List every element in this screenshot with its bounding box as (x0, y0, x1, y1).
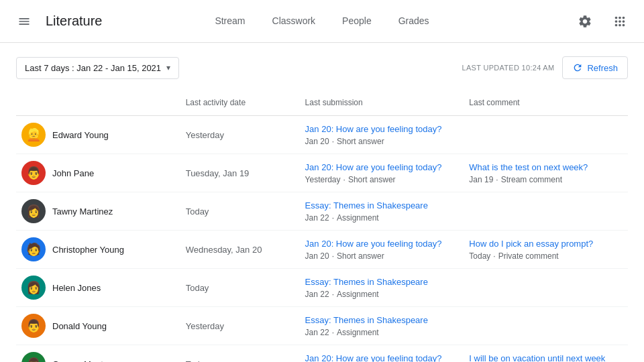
header-left: Literature (11, 8, 145, 35)
date-filter[interactable]: Last 7 days : Jan 22 - Jan 15, 2021 ▾ (16, 57, 179, 79)
comment-meta: Today·Private comment (469, 251, 623, 261)
toolbar-row: Last 7 days : Jan 22 - Jan 15, 2021 ▾ LA… (16, 56, 628, 79)
date-filter-label: Last 7 days : Jan 22 - Jan 15, 2021 (25, 63, 161, 73)
avatar: 👨 (21, 314, 46, 338)
menu-button[interactable] (11, 8, 38, 35)
nav-people[interactable]: People (329, 1, 385, 44)
activity-date: Today (180, 345, 300, 363)
table-row[interactable]: 🧑 Christopher Young Wednesday, Jan 20 Ja… (16, 231, 628, 269)
table-row[interactable]: 👨 Donald Young Yesterday Essay: Themes i… (16, 307, 628, 345)
submission-link[interactable]: Jan 20: How are you feeling today? (305, 123, 459, 135)
submission-meta: Jan 20·Short answer (305, 137, 459, 146)
activity-date: Tuesday, Jan 19 (180, 154, 300, 192)
student-name-cell: 👱 Edward Young (21, 123, 175, 147)
submission-link[interactable]: Essay: Themes in Shakespeare (305, 314, 459, 326)
nav-classwork[interactable]: Classwork (259, 1, 329, 44)
submission-link[interactable]: Essay: Themes in Shakespeare (305, 276, 459, 288)
activity-date: Today (180, 192, 300, 231)
submission-link[interactable]: Jan 20: How are you feeling today? (305, 162, 459, 174)
table-row[interactable]: 👨 John Pane Tuesday, Jan 19 Jan 20: How … (16, 154, 628, 192)
submission-cell: Essay: Themes in Shakespeare Jan 22·Assi… (300, 192, 464, 231)
avatar: 👩 (21, 199, 46, 223)
submission-cell: Jan 20: How are you feeling today? Jan 2… (300, 116, 464, 154)
student-name-cell: 👨 George Montene (21, 352, 175, 362)
student-name: Tawny Martinez (52, 206, 113, 217)
student-name: Edward Young (52, 130, 109, 140)
submission-meta: Jan 22·Assignment (305, 328, 459, 337)
avatar: 👩 (21, 276, 46, 300)
table-row[interactable]: 👱 Edward Young Yesterday Jan 20: How are… (16, 116, 628, 154)
refresh-label: Refresh (587, 63, 618, 73)
header-right (499, 8, 633, 35)
avatar: 👱 (21, 123, 46, 147)
last-updated-label: LAST UPDATED 10:24 AM (462, 64, 555, 72)
avatar: 🧑 (21, 237, 46, 261)
table-row[interactable]: 👩 Tawny Martinez Today Essay: Themes in … (16, 192, 628, 231)
settings-button[interactable] (572, 8, 598, 35)
submission-meta: Yesterday·Short answer (305, 175, 459, 184)
submission-meta: Jan 20·Short answer (305, 251, 459, 261)
submission-link[interactable]: Jan 20: How are you feeling today? (305, 238, 459, 250)
student-name: George Montene (52, 359, 118, 363)
chevron-down-icon: ▾ (166, 63, 170, 72)
activity-date: Yesterday (180, 116, 300, 154)
table-header: Last activity date Last submission Last … (16, 93, 628, 116)
col-header-comment: Last comment (464, 93, 628, 116)
activity-date: Yesterday (180, 307, 300, 345)
nav-stream[interactable]: Stream (201, 1, 258, 44)
comment-cell (464, 307, 628, 345)
submission-cell: Essay: Themes in Shakespeare Jan 22·Assi… (300, 307, 464, 345)
student-name-cell: 👨 Donald Young (21, 314, 175, 338)
comment-cell: How do I pick an essay prompt? Today·Pri… (464, 231, 628, 269)
table-row[interactable]: 👨 George Montene Today Jan 20: How are y… (16, 345, 628, 363)
submission-meta: Jan 22·Assignment (305, 290, 459, 299)
student-name: Christopher Young (52, 245, 124, 255)
submission-meta: Jan 22·Assignment (305, 213, 459, 223)
student-name-cell: 👩 Tawny Martinez (21, 199, 175, 223)
submission-cell: Jan 20: How are you feeling today? Yeste… (300, 154, 464, 192)
comment-cell: What is the test on next week? Jan 19·St… (464, 154, 628, 192)
student-name-cell: 🧑 Christopher Young (21, 237, 175, 261)
comment-cell: I will be on vacation until next week To… (464, 345, 628, 363)
student-name: John Pane (52, 168, 94, 178)
student-name: Helen Jones (52, 283, 101, 293)
submission-link[interactable]: Jan 20: How are you feeling today? (305, 353, 459, 362)
main-nav: Stream Classwork People Grades (145, 0, 499, 43)
col-header-name (16, 93, 180, 116)
student-table: Last activity date Last submission Last … (16, 93, 628, 362)
col-header-submission: Last submission (300, 93, 464, 116)
table-row[interactable]: 👩 Helen Jones Today Essay: Themes in Sha… (16, 269, 628, 307)
submission-cell: Jan 20: How are you feeling today? Jan 2… (300, 231, 464, 269)
comment-cell (464, 116, 628, 154)
comment-cell (464, 192, 628, 231)
student-name-cell: 👩 Helen Jones (21, 276, 175, 300)
comment-link[interactable]: What is the test on next week? (469, 162, 623, 174)
student-name-cell: 👨 John Pane (21, 161, 175, 185)
refresh-button[interactable]: Refresh (562, 56, 628, 79)
student-name: Donald Young (52, 321, 107, 331)
main-content: Last 7 days : Jan 22 - Jan 15, 2021 ▾ LA… (0, 43, 644, 362)
refresh-icon (572, 62, 583, 73)
activity-date: Wednesday, Jan 20 (180, 231, 300, 269)
comment-link[interactable]: I will be on vacation until next week (469, 353, 623, 362)
submission-cell: Essay: Themes in Shakespeare Jan 22·Assi… (300, 269, 464, 307)
toolbar-right: LAST UPDATED 10:24 AM Refresh (462, 56, 628, 79)
avatar: 👨 (21, 352, 46, 362)
submission-cell: Jan 20: How are you feeling today? Yeste… (300, 345, 464, 363)
col-header-activity: Last activity date (180, 93, 300, 116)
apps-button[interactable] (606, 8, 633, 35)
comment-cell (464, 269, 628, 307)
comment-meta: Jan 19·Stream comment (469, 175, 623, 184)
avatar: 👨 (21, 161, 46, 185)
activity-date: Today (180, 269, 300, 307)
nav-grades[interactable]: Grades (385, 1, 443, 44)
header: Literature Stream Classwork People Grade… (0, 0, 644, 43)
comment-link[interactable]: How do I pick an essay prompt? (469, 238, 623, 250)
app-title: Literature (46, 13, 103, 29)
submission-link[interactable]: Essay: Themes in Shakespeare (305, 200, 459, 212)
